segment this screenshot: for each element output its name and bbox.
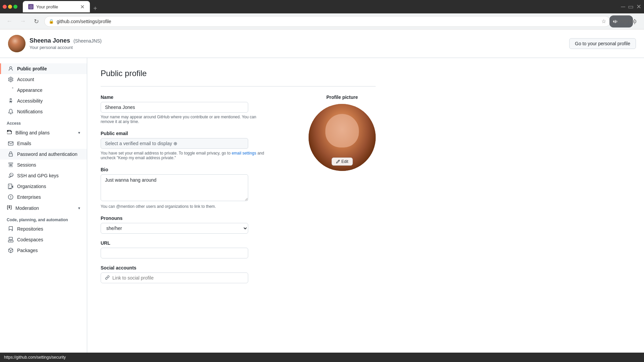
billing-icon [7,129,12,136]
social-input[interactable] [112,275,244,281]
close-window-btn[interactable] [3,5,7,9]
sidebar-item-public-profile[interactable]: Public profile [0,63,87,74]
sidebar-label-billing: Billing and plans [15,130,50,135]
sidebar-label-ssh-gpg: SSH and GPG keys [17,173,59,178]
url-text: github.com/settings/profile [57,19,596,24]
billing-chevron-icon: ▾ [78,130,80,135]
restore-btn[interactable]: ▭ [628,3,634,10]
moderation-chevron-icon: ▾ [78,206,80,210]
sidebar-item-packages[interactable]: Packages [0,245,87,256]
package-icon [8,247,14,253]
close-btn[interactable]: ✕ [636,3,641,10]
pronouns-select[interactable]: Don't specify she/her he/him they/them s… [101,223,248,234]
pronouns-form-group: Pronouns Don't specify she/her he/him th… [101,216,268,234]
new-tab-btn[interactable]: + [91,5,100,12]
sidebar-label-notifications: Notifications [17,109,43,114]
url-input[interactable] [101,248,248,258]
sidebar-item-repositories[interactable]: Repositories [0,224,87,234]
accessibility-icon [8,98,14,104]
pronouns-label: Pronouns [101,216,268,221]
minimize-btn[interactable]: ─ [621,3,625,10]
header-bar: Sheena Jones (SheenaJNS) Your personal a… [0,29,644,58]
sidebar-label-codespaces: Codespaces [17,237,43,242]
status-bar: https://github.com/settings/security [0,353,644,362]
url-label: URL [101,240,268,246]
sidebar: Public profile Account Appearance [0,58,87,353]
moderation-item-left: Moderation [7,205,39,211]
sidebar-item-moderation[interactable]: Moderation ▾ [0,202,87,214]
sidebar-item-accessibility[interactable]: Accessibility [0,96,87,106]
main-layout: Public profile Account Appearance [0,58,644,353]
sidebar-label-repositories: Repositories [17,226,43,232]
email-select[interactable]: Select a verified email to display ⊕ [101,138,248,149]
sidebar-label-account: Account [17,77,34,82]
sidebar-label-emails: Emails [17,141,31,146]
mail-icon [8,140,14,146]
user-info: Sheena Jones (SheenaJNS) Your personal a… [8,35,102,52]
user-full-name: Sheena Jones [30,37,70,44]
code-section-label: Code, planning, and automation [0,214,87,224]
browser-tab[interactable]: ⬡ Your profile ✕ [23,1,90,12]
repo-icon [8,226,14,232]
content-grid: Name Your name may appear around GitHub … [101,95,376,290]
bio-textarea[interactable]: Just wanna hang around [101,174,248,201]
codespace-icon [8,237,14,243]
sidebar-label-packages: Packages [17,248,38,253]
tab-title: Your profile [36,4,58,9]
forward-btn[interactable]: → [17,16,28,27]
refresh-btn[interactable]: ↻ [31,16,42,27]
tab-favicon: ⬡ [28,4,34,9]
bio-form-group: Bio Just wanna hang around You can @ment… [101,167,268,209]
sidebar-item-emails[interactable]: Emails [0,138,87,149]
address-bar[interactable]: 🔒 github.com/settings/profile ☆ [44,16,610,27]
content-area: Public profile Name Your name may appear… [87,58,389,353]
email-select-wrap: Select a verified email to display ⊕ [101,138,248,149]
profile-picture-container: Edit [309,104,376,171]
sidebar-item-notifications[interactable]: Notifications [0,106,87,117]
sidebar-item-account[interactable]: Account [0,74,87,85]
sidebar-item-password[interactable]: Password and authentication [0,149,87,160]
tab-close-btn[interactable]: ✕ [80,4,85,10]
avatar-image [8,35,25,52]
lock-icon [8,151,14,157]
sidebar-item-codespaces[interactable]: Codespaces [0,234,87,245]
org-icon [8,183,14,189]
sidebar-label-appearance: Appearance [17,87,43,93]
back-btn[interactable]: ← [4,16,15,27]
browser-titlebar: ⬡ Your profile ✕ + ─ ▭ ✕ [0,0,644,13]
name-input[interactable] [101,102,248,113]
email-form-group: Public email Select a verified email to … [101,131,268,160]
email-hint: You have set your email address to priva… [101,151,268,160]
sidebar-label-sessions: Sessions [17,162,36,168]
moderation-icon [7,205,12,211]
name-label: Name [101,95,268,100]
user-details: Sheena Jones (SheenaJNS) Your personal a… [30,37,102,50]
billing-item-left: Billing and plans [7,129,50,136]
access-section-label: Access [0,117,87,127]
go-to-profile-button[interactable]: Go to your personal profile [569,38,636,49]
edit-profile-picture-button[interactable]: Edit [332,158,353,166]
sidebar-label-organizations: Organizations [17,184,46,189]
sidebar-item-ssh-gpg[interactable]: SSH and GPG keys [0,170,87,181]
name-form-group: Name Your name may appear around GitHub … [101,95,268,124]
email-settings-link[interactable]: email settings [232,151,256,156]
more-options-icon[interactable]: ⋮ [629,16,640,27]
bookmark-icon[interactable]: ☆ [601,18,606,24]
avatar [8,35,25,52]
maximize-window-btn[interactable] [13,5,17,9]
sidebar-item-enterprises[interactable]: Enterprises [0,192,87,202]
profile-icon[interactable]: Incognito [616,16,627,27]
sidebar-item-organizations[interactable]: Organizations [0,181,87,192]
sidebar-label-moderation: Moderation [15,205,39,211]
form-section: Name Your name may appear around GitHub … [101,95,268,290]
sidebar-item-sessions[interactable]: Sessions [0,160,87,170]
enterprise-icon [8,194,14,200]
minimize-window-btn[interactable] [8,5,12,9]
sidebar-item-appearance[interactable]: Appearance [0,85,87,96]
url-form-group: URL [101,240,268,258]
sidebar-item-billing[interactable]: Billing and plans ▾ [0,127,87,138]
user-name-row: Sheena Jones (SheenaJNS) [30,37,102,44]
profile-picture-section: Profile picture Edit [309,95,376,290]
name-hint: Your name may appear around GitHub where… [101,115,268,124]
link-icon [105,275,110,281]
